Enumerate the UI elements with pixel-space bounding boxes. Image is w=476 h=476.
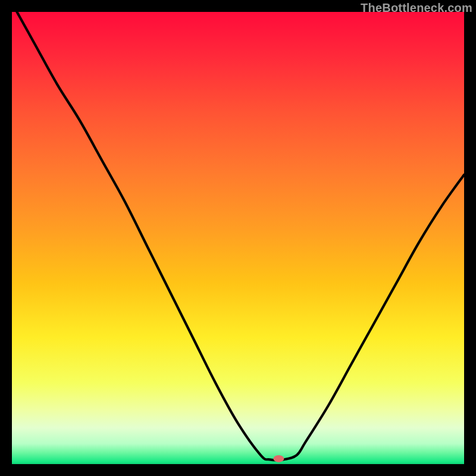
optimal-marker — [273, 455, 284, 462]
chart-frame: TheBottleneck.com — [0, 0, 476, 476]
bottleneck-plot — [12, 12, 464, 464]
gradient-background — [12, 12, 464, 464]
